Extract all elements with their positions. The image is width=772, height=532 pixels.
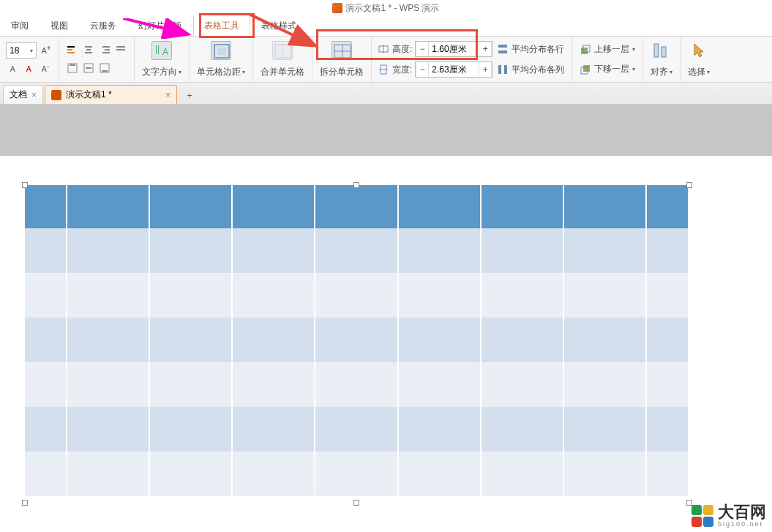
svg-rect-17 xyxy=(116,46,125,48)
resize-handle-s[interactable] xyxy=(353,500,359,506)
add-tab-button[interactable]: + xyxy=(181,88,198,104)
watermark: 大百网 big100.net xyxy=(692,504,766,518)
svg-rect-46 xyxy=(654,44,659,57)
svg-text:-: - xyxy=(47,64,50,70)
valign-bottom-icon[interactable] xyxy=(97,61,112,75)
move-up-button[interactable]: 上移一层▾ xyxy=(578,42,637,57)
resize-handle-sw[interactable] xyxy=(22,500,28,506)
svg-text:A: A xyxy=(162,47,168,57)
resize-handle-nw[interactable] xyxy=(22,182,28,188)
text-direction-button[interactable]: ||A 文字方向▾ xyxy=(135,37,190,82)
resize-handle-n[interactable] xyxy=(353,182,359,188)
menu-2[interactable]: 云服务 xyxy=(79,16,127,36)
svg-rect-36 xyxy=(498,45,507,48)
document-tab-2[interactable]: 演示文稿1 * × xyxy=(45,85,177,104)
table-row[interactable] xyxy=(25,452,688,496)
width-input[interactable] xyxy=(429,62,479,77)
svg-rect-47 xyxy=(662,47,666,57)
distribute-cols-button[interactable]: 平均分布各列 xyxy=(495,62,566,78)
width-decrease-button[interactable]: − xyxy=(416,62,429,77)
height-spinner[interactable]: − + xyxy=(415,41,492,57)
table-row[interactable] xyxy=(25,407,688,452)
cell-margin-button[interactable]: 单元格边距▾ xyxy=(190,37,253,82)
svg-text:A: A xyxy=(42,64,47,73)
table-row[interactable] xyxy=(25,362,688,407)
svg-text:A: A xyxy=(26,64,31,73)
menu-4[interactable]: 表格工具 xyxy=(193,16,250,36)
height-label: 高度: xyxy=(392,43,412,56)
svg-text:||: || xyxy=(155,44,160,54)
font-size-group: 18▾ A+ A A A- xyxy=(0,37,59,82)
menu-1[interactable]: 视图 xyxy=(40,16,79,36)
move-down-button[interactable]: 下移一层▾ xyxy=(578,61,637,77)
svg-rect-8 xyxy=(67,46,75,48)
table-header-row[interactable] xyxy=(25,185,688,228)
svg-rect-40 xyxy=(498,65,501,74)
menu-bar: 审阅视图云服务幻灯片母版表格工具表格样式 xyxy=(0,16,772,37)
svg-rect-20 xyxy=(70,64,75,66)
valign-middle-icon[interactable] xyxy=(81,61,96,75)
align-top-center-icon[interactable] xyxy=(81,43,96,58)
decrease-font-icon[interactable]: A- xyxy=(38,61,53,76)
align-top-right-icon[interactable] xyxy=(97,43,112,58)
menu-5[interactable]: 表格样式 xyxy=(250,16,307,36)
svg-rect-16 xyxy=(102,52,110,53)
svg-rect-28 xyxy=(217,48,226,55)
svg-rect-37 xyxy=(498,50,507,53)
height-icon xyxy=(378,43,389,55)
split-cells-icon xyxy=(331,41,352,60)
height-increase-button[interactable]: + xyxy=(479,42,492,56)
svg-rect-24 xyxy=(102,70,108,72)
svg-text:+: + xyxy=(47,45,50,52)
font-style-icon[interactable]: A xyxy=(6,61,20,76)
table-row[interactable] xyxy=(25,318,688,362)
close-tab-icon[interactable]: × xyxy=(31,90,37,100)
text-direction-icon: ||A xyxy=(151,41,172,60)
alignment-group xyxy=(59,37,135,82)
svg-rect-13 xyxy=(85,52,92,53)
select-button[interactable]: 选择▾ xyxy=(681,37,717,82)
arrange-group: 上移一层▾ 下移一层▾ xyxy=(572,37,643,82)
svg-text:A: A xyxy=(10,64,15,73)
svg-rect-41 xyxy=(504,65,507,74)
table-row[interactable] xyxy=(25,273,688,318)
merge-cells-icon xyxy=(272,41,293,60)
slide-canvas[interactable] xyxy=(0,156,772,518)
title-bar: 演示文稿1 * - WPS 演示 xyxy=(0,0,772,16)
table-row[interactable] xyxy=(25,228,688,273)
distribute-rows-button[interactable]: 平均分布各行 xyxy=(495,42,566,57)
align-extra-icon[interactable] xyxy=(113,43,128,58)
close-tab-icon[interactable]: × xyxy=(165,90,170,100)
height-decrease-button[interactable]: − xyxy=(416,42,429,56)
svg-rect-15 xyxy=(105,49,110,50)
split-cells-button[interactable]: 拆分单元格 xyxy=(312,37,372,82)
document-tab-strip: 文档 × 演示文稿1 * × + xyxy=(0,83,772,105)
width-spinner[interactable]: − + xyxy=(415,61,492,78)
presentation-icon xyxy=(51,90,61,100)
svg-rect-18 xyxy=(116,49,125,50)
svg-text:A: A xyxy=(42,46,47,55)
height-input[interactable] xyxy=(429,42,479,56)
size-group: 高度: − + 平均分布各行 宽度: − + 平均分布各列 xyxy=(372,37,572,82)
cell-margin-icon xyxy=(211,41,231,60)
increase-font-icon[interactable]: A+ xyxy=(38,43,53,58)
document-tab-1[interactable]: 文档 × xyxy=(3,85,43,104)
align-button[interactable]: 对齐▾ xyxy=(643,37,681,82)
resize-handle-ne[interactable] xyxy=(686,182,692,188)
slide-table[interactable] xyxy=(25,185,688,496)
font-size-select[interactable]: 18▾ xyxy=(6,42,37,59)
align-top-left-icon[interactable] xyxy=(65,43,80,58)
svg-rect-9 xyxy=(67,49,72,50)
svg-rect-10 xyxy=(67,52,75,53)
width-increase-button[interactable]: + xyxy=(479,62,492,77)
svg-rect-14 xyxy=(102,46,110,48)
font-style2-icon[interactable]: A xyxy=(22,61,37,76)
align-icon xyxy=(651,41,672,60)
menu-3[interactable]: 幻灯片母版 xyxy=(127,16,193,36)
valign-top-icon[interactable] xyxy=(65,61,80,75)
merge-cells-button: 合并单元格 xyxy=(253,37,312,82)
menu-0[interactable]: 审阅 xyxy=(0,16,40,36)
svg-rect-11 xyxy=(85,46,92,48)
watermark-logo-icon xyxy=(692,505,713,518)
svg-rect-12 xyxy=(86,49,91,50)
